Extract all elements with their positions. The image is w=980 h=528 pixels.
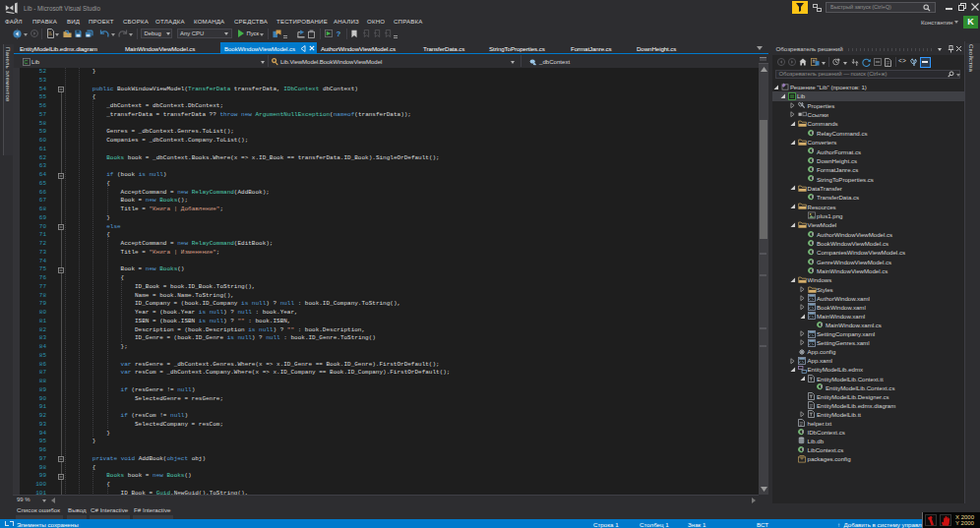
svg-text:C: C (24, 59, 28, 65)
